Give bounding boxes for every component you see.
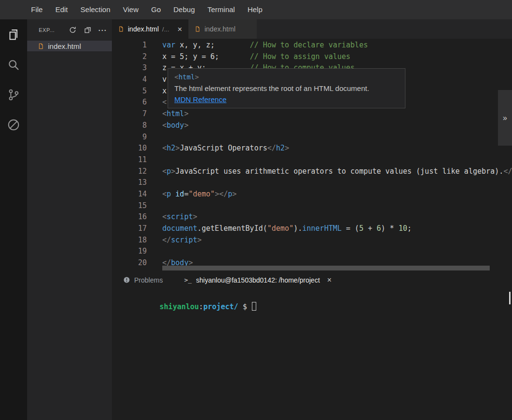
menu-debug[interactable]: Debug (167, 0, 201, 19)
menu-selection[interactable]: Selection (74, 0, 117, 19)
code-text: <html> (147, 108, 188, 120)
menu-file[interactable]: File (25, 0, 49, 19)
line-number[interactable]: 2 (112, 51, 147, 63)
code-text: < (147, 97, 167, 108)
panel-scrollbar[interactable] (509, 292, 511, 304)
code-text: document.getElementById("demo").innerHTM… (147, 223, 412, 235)
chevron-double-right-icon: » (503, 114, 507, 122)
code-text: <body> (147, 120, 188, 132)
line-number[interactable]: 9 (112, 132, 147, 143)
terminal-content[interactable]: shiyanlou:project/ $ (112, 289, 512, 320)
line-number[interactable]: 8 (112, 120, 147, 132)
line-number[interactable]: 1 (112, 40, 147, 51)
activity-bar (0, 19, 27, 420)
line-number[interactable]: 7 (112, 108, 147, 120)
tab-index-html-second[interactable]: index.html (188, 19, 257, 39)
file-item-index-html[interactable]: index.html (27, 41, 112, 51)
editor-group: index.html /... × index.html 1var x, y, … (112, 19, 512, 420)
code-line-12[interactable]: 12<p>JavaScript uses arithmetic operator… (112, 166, 512, 178)
terminal-tab-close-icon[interactable]: × (327, 276, 331, 285)
code-line-19[interactable]: 19 (112, 246, 512, 257)
line-number[interactable]: 17 (112, 223, 147, 235)
code-editor[interactable]: 1var x, y, z; // How to declare variable… (112, 39, 512, 271)
line-number[interactable]: 10 (112, 143, 147, 154)
tab-problems[interactable]: Problems (119, 271, 167, 289)
line-number[interactable]: 16 (112, 211, 147, 223)
line-number[interactable]: 18 (112, 235, 147, 246)
line-number[interactable]: 5 (112, 86, 147, 97)
menu-go[interactable]: Go (145, 0, 167, 19)
code-text: x (147, 86, 167, 97)
code-text: var x, y, z; // How to declare variables (147, 40, 368, 51)
menu-terminal[interactable]: Terminal (201, 0, 241, 19)
code-line-14[interactable]: 14<p id="demo"></p> (112, 189, 512, 200)
menu-help[interactable]: Help (241, 0, 269, 19)
code-line-17[interactable]: 17document.getElementById("demo").innerH… (112, 223, 512, 235)
explorer-header: EXP... ··· (27, 23, 112, 37)
line-number[interactable]: 20 (112, 257, 147, 269)
terminal-tab-label: shiyanlou@fa1503bd0142: /home/project (196, 276, 320, 284)
code-line-16[interactable]: 16<script> (112, 211, 512, 223)
line-number[interactable]: 3 (112, 62, 147, 74)
git-branch-icon (6, 88, 21, 102)
code-line-9[interactable]: 9 (112, 132, 512, 143)
code-text: <script> (147, 211, 197, 223)
code-line-18[interactable]: 18</script> (112, 235, 512, 246)
info-icon (123, 276, 130, 284)
line-number[interactable]: 19 (112, 246, 147, 257)
ide-window: FileEditSelectionViewGoDebugTerminalHelp (0, 0, 512, 420)
file-name: index.html (48, 42, 81, 50)
line-number[interactable]: 6 (112, 97, 147, 108)
expand-panel-handle[interactable]: » (498, 90, 512, 146)
code-line-13[interactable]: 13 (112, 177, 512, 189)
tab-title: index.html (128, 25, 159, 33)
html-file-icon (37, 43, 45, 50)
code-line-11[interactable]: 11 (112, 154, 512, 166)
terminal-prompt-symbol: $ (238, 302, 251, 311)
line-number[interactable]: 12 (112, 166, 147, 178)
hover-code: <html> (174, 72, 399, 83)
explorer-title: EXP... (39, 27, 55, 33)
line-number[interactable]: 15 (112, 200, 147, 212)
tab-close-icon[interactable]: × (177, 25, 182, 33)
panel-tab-bar: Problems >_ shiyanlou@fa1503bd0142: /hom… (112, 271, 512, 289)
code-text: v (147, 74, 167, 86)
terminal-colon: : (199, 302, 203, 311)
code-line-8[interactable]: 8<body> (112, 120, 512, 132)
code-line-10[interactable]: 10<h2>JavaScript Operators</h2> (112, 143, 512, 154)
collapse-all-icon[interactable] (83, 26, 92, 34)
code-text (147, 246, 162, 257)
code-line-7[interactable]: 7<html> (112, 108, 512, 120)
line-number[interactable]: 13 (112, 177, 147, 189)
files-icon (6, 28, 21, 42)
code-line-15[interactable]: 15 (112, 200, 512, 212)
bottom-panel: Problems >_ shiyanlou@fa1503bd0142: /hom… (112, 271, 512, 420)
code-line-1[interactable]: 1var x, y, z; // How to declare variable… (112, 40, 512, 51)
search-icon[interactable] (0, 53, 27, 76)
main-area: EXP... ··· (0, 19, 512, 420)
more-actions-icon[interactable]: ··· (98, 26, 107, 34)
line-number[interactable]: 11 (112, 154, 147, 166)
editor-horizontal-scrollbar[interactable] (162, 266, 490, 270)
menu-bar: FileEditSelectionViewGoDebugTerminalHelp (0, 0, 512, 19)
line-number[interactable]: 4 (112, 74, 147, 86)
refresh-icon[interactable] (68, 26, 77, 34)
hover-tooltip: <html> The html element represents the r… (168, 68, 405, 108)
code-line-2[interactable]: 2x = 5; y = 6; // How to assign values (112, 51, 512, 63)
line-number[interactable]: 14 (112, 189, 147, 200)
debug-icon[interactable] (0, 113, 27, 136)
explorer-icon[interactable] (0, 23, 27, 46)
code-text: x = 5; y = 6; // How to assign values (147, 51, 350, 63)
source-control-icon[interactable] (0, 83, 27, 106)
menu-view[interactable]: View (117, 0, 145, 19)
code-text (147, 177, 162, 189)
code-text (147, 132, 162, 143)
code-text: <p>JavaScript uses arithmetic operators … (147, 166, 512, 178)
magnifier-icon (6, 58, 21, 72)
tab-index-html-active[interactable]: index.html /... × (112, 19, 188, 39)
code-text: </script> (147, 235, 202, 246)
tab-terminal[interactable]: >_ shiyanlou@fa1503bd0142: /home/project… (180, 271, 336, 289)
menu-edit[interactable]: Edit (49, 0, 74, 19)
mdn-reference-link[interactable]: MDN Reference (174, 94, 227, 105)
terminal-cursor (252, 302, 256, 311)
